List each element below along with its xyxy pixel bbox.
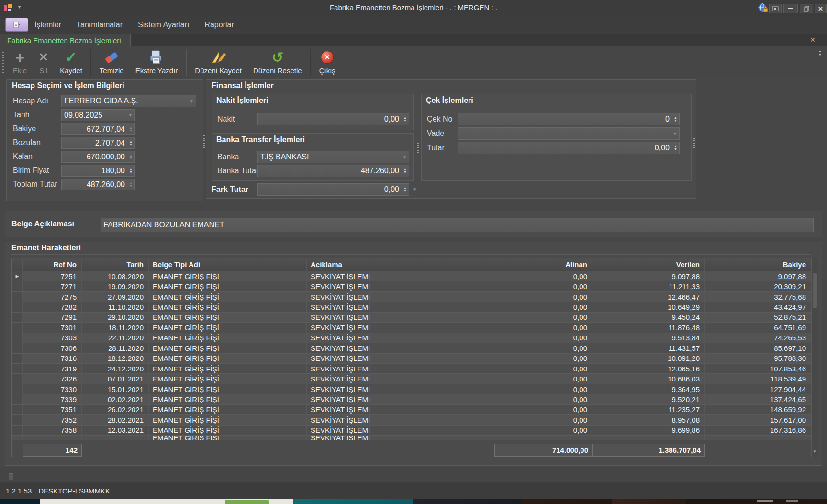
cell-verilen[interactable]: 12.466,47	[592, 292, 705, 302]
close-button[interactable]: ✕	[815, 4, 827, 13]
spinner-icon[interactable]: ▲▼	[672, 145, 679, 151]
cell-aciklama[interactable]: SEVKİYAT İŞLEMİ	[307, 292, 494, 302]
spinner-icon[interactable]: ▲▼	[127, 154, 134, 160]
cell-ref-no[interactable]: 7319	[23, 364, 82, 373]
cell-bakiye[interactable]: 137.424,65	[705, 394, 811, 404]
table-row[interactable]: 7291 29.10.2020 EMANET GİRİŞ FİŞİ SEVKİY…	[12, 313, 818, 323]
cell-verilen[interactable]: 8.957,08	[592, 415, 705, 425]
menu-item-islemler[interactable]: İşlemler	[34, 19, 62, 31]
cell-aciklama[interactable]: SEVKİYAT İŞLEMİ	[307, 415, 494, 425]
cell-belge-tipi[interactable]: EMANET GİRİŞ FİŞİ	[149, 333, 307, 343]
cell-belge-tipi[interactable]: EMANET GİRİŞ FİŞİ	[149, 354, 307, 363]
table-row[interactable]: 7330 15.01.2021 EMANET GİRİŞ FİŞİ SEVKİY…	[12, 384, 818, 394]
cell-ref-no[interactable]: 7330	[23, 384, 82, 394]
cell-tarih[interactable]: 29.10.2020	[82, 313, 149, 322]
cell-ref-no[interactable]: 7301	[23, 323, 82, 332]
cell-tarih[interactable]: 07.01.2021	[82, 374, 149, 383]
table-row[interactable]: 7282 11.10.2020 EMANET GİRİŞ FİŞİ SEVKİY…	[12, 302, 818, 312]
banka-combo[interactable]: T.İŞ BANKASI ▾	[257, 151, 409, 163]
cell-alinan[interactable]: 0,00	[494, 333, 592, 343]
cell-belge-tipi[interactable]: EMANET GİRİŞ FİŞİ	[149, 313, 307, 322]
cell-bakiye[interactable]: 167.316,86	[705, 426, 811, 435]
cell-tarih[interactable]: 18.11.2020	[82, 323, 149, 332]
duzeni-resetle-button[interactable]: ↺ Düzeni Resetle	[247, 47, 308, 77]
cell-alinan[interactable]: 0,00	[494, 323, 592, 332]
table-row[interactable]: ▶ 7251 10.08.2020 EMANET GİRİŞ FİŞİ SEVK…	[12, 271, 818, 281]
cell-ref-no[interactable]: 7316	[23, 354, 82, 363]
cell-alinan[interactable]: 0,00	[494, 313, 592, 322]
cell-ref-no[interactable]: 7282	[23, 302, 82, 312]
table-row-partial[interactable]: EMANET GİRİŞ FİŞİ SEVKİYAT İŞLEMİ	[12, 436, 818, 440]
row-selector-cell[interactable]	[12, 292, 23, 302]
table-row[interactable]: 7351 26.02.2021 EMANET GİRİŞ FİŞİ SEVKİY…	[12, 405, 818, 415]
column-header-ref-no[interactable]: Ref No	[23, 258, 82, 271]
row-selector-cell[interactable]	[12, 302, 23, 312]
bozulan-field[interactable]: 2.707,04 ▲▼	[61, 137, 135, 149]
table-row[interactable]: 7271 19.09.2020 EMANET GİRİŞ FİŞİ SEVKİY…	[12, 281, 818, 291]
cell-alinan[interactable]: 0,00	[494, 354, 592, 363]
cell-ref-no[interactable]: 7339	[23, 394, 82, 404]
cell-aciklama[interactable]: SEVKİYAT İŞLEMİ	[307, 374, 494, 383]
spinner-icon[interactable]: ▲▼	[672, 116, 679, 122]
cell-verilen[interactable]: 11.211,33	[592, 281, 705, 291]
cell-aciklama[interactable]: SEVKİYAT İŞLEMİ	[307, 426, 494, 435]
table-row[interactable]: 7275 27.09.2020 EMANET GİRİŞ FİŞİ SEVKİY…	[12, 292, 818, 302]
cell-tarih[interactable]: 02.02.2021	[82, 394, 149, 404]
cell-alinan[interactable]: 0,00	[494, 292, 592, 302]
cell-belge-tipi[interactable]: EMANET GİRİŞ FİŞİ	[149, 384, 307, 394]
cell-belge-tipi[interactable]: EMANET GİRİŞ FİŞİ	[149, 374, 307, 383]
cell-belge-tipi[interactable]: EMANET GİRİŞ FİŞİ	[149, 426, 307, 435]
cell-aciklama[interactable]: SEVKİYAT İŞLEMİ	[307, 302, 494, 312]
cell-aciklama[interactable]: SEVKİYAT İŞLEMİ	[307, 384, 494, 394]
spinner-icon[interactable]: ▲▼	[127, 126, 134, 132]
menu-item-raporlar[interactable]: Raporlar	[203, 19, 235, 31]
cell-aciklama[interactable]: SEVKİYAT İŞLEMİ	[307, 323, 494, 332]
cell-verilen[interactable]: 11.431,57	[592, 343, 705, 353]
cell-ref-no[interactable]: 7275	[23, 292, 82, 302]
cell-bakiye[interactable]: 157.617,00	[705, 415, 811, 425]
kaydet-button[interactable]: ✓ Kaydet	[54, 47, 88, 77]
table-row[interactable]: 7339 02.02.2021 EMANET GİRİŞ FİŞİ SEVKİY…	[12, 394, 818, 404]
table-row[interactable]: 7301 18.11.2020 EMANET GİRİŞ FİŞİ SEVKİY…	[12, 323, 818, 333]
cell-tarih[interactable]: 28.02.2021	[82, 415, 149, 425]
cell-bakiye[interactable]: 107.853,46	[705, 364, 811, 373]
row-selector-cell[interactable]	[12, 374, 23, 383]
cell-belge-tipi[interactable]: EMANET GİRİŞ FİŞİ	[149, 415, 307, 425]
cell-verilen[interactable]: 11.235,27	[592, 405, 705, 414]
toplam-tutar-field[interactable]: 487.260,00 ▲▼	[61, 179, 135, 190]
horizontal-scroll-thumb[interactable]	[9, 473, 13, 480]
cell-verilen[interactable]: 9.097,88	[592, 271, 705, 281]
cell-bakiye[interactable]: 43.424,97	[705, 302, 811, 312]
spinner-icon[interactable]: ▲▼	[402, 187, 409, 192]
cell-aciklama[interactable]: SEVKİYAT İŞLEMİ	[307, 333, 494, 343]
column-header-verilen[interactable]: Verilen	[592, 258, 705, 271]
tab-fabrika-emanetten-bozma[interactable]: Fabrika Emanetten Bozma İşlemleri	[0, 34, 131, 46]
row-selector-cell[interactable]	[12, 313, 23, 322]
cell-belge-tipi[interactable]: EMANET GİRİŞ FİŞİ	[149, 364, 307, 373]
row-selector-cell[interactable]	[12, 281, 23, 291]
cell-belge-tipi[interactable]: EMANET GİRİŞ FİŞİ	[149, 271, 307, 281]
cell-bakiye[interactable]: 74.265,53	[705, 333, 811, 343]
cell-alinan[interactable]: 0,00	[494, 281, 592, 291]
cell-tarih[interactable]: 10.08.2020	[82, 271, 149, 281]
cell-alinan[interactable]: 0,00	[494, 271, 592, 281]
cell-verilen[interactable]: 9.699,86	[592, 426, 705, 435]
row-selector-cell[interactable]: ▶	[12, 271, 23, 281]
birim-fiyat-field[interactable]: 180,00 ▲▼	[61, 165, 135, 177]
cell-bakiye[interactable]: 148.659,92	[705, 405, 811, 414]
cell-verilen[interactable]: 12.065,16	[592, 364, 705, 373]
table-row[interactable]: 7316 18.12.2020 EMANET GİRİŞ FİŞİ SEVKİY…	[12, 354, 818, 364]
cell-tarih[interactable]: 24.12.2020	[82, 364, 149, 373]
cell-ref-no[interactable]: 7251	[23, 271, 82, 281]
cell-ref-no[interactable]: 7351	[23, 405, 82, 414]
table-row[interactable]: 7306 28.11.2020 EMANET GİRİŞ FİŞİ SEVKİY…	[12, 343, 818, 353]
cell-tarih[interactable]: 22.11.2020	[82, 333, 149, 343]
cell-belge-tipi[interactable]: EMANET GİRİŞ FİŞİ	[149, 302, 307, 312]
vertical-scrollbar[interactable]: ▼	[811, 258, 818, 457]
cell-verilen[interactable]: 11.876,48	[592, 323, 705, 332]
cell-bakiye[interactable]: 85.697,10	[705, 343, 811, 353]
row-selector-cell[interactable]	[12, 343, 23, 353]
row-selector-cell[interactable]	[12, 426, 23, 435]
restore-button[interactable]	[800, 4, 813, 13]
cell-bakiye[interactable]: 9.097,88	[705, 271, 811, 281]
